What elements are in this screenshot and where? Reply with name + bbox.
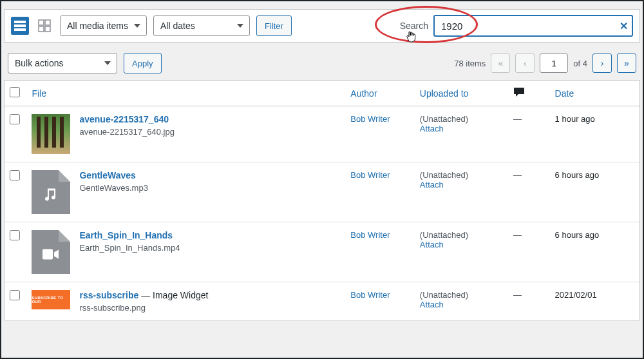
attach-link[interactable]: Attach xyxy=(420,124,444,133)
media-type-filter[interactable]: All media items xyxy=(60,15,147,36)
prev-page-button[interactable]: ‹ xyxy=(515,53,535,73)
first-page-button[interactable]: « xyxy=(491,53,510,73)
svg-rect-1 xyxy=(14,24,26,27)
grid-view-button[interactable] xyxy=(35,17,53,35)
comments-count: — xyxy=(513,170,522,180)
svg-rect-3 xyxy=(39,20,44,25)
media-table: File Author Uploaded to Date avenue-2215… xyxy=(4,80,640,321)
comments-icon[interactable] xyxy=(513,89,525,99)
table-row: GentleWavesGentleWaves.mp3Bob Writer(Una… xyxy=(5,162,640,222)
attach-link[interactable]: Attach xyxy=(420,180,444,189)
filter-button[interactable]: Filter xyxy=(256,15,292,36)
media-thumbnail: SUBSCRIBE TO OUR xyxy=(32,290,70,309)
col-date[interactable]: Date xyxy=(555,88,574,99)
audio-file-icon xyxy=(32,170,70,214)
media-filename: GentleWaves.mp3 xyxy=(79,183,147,193)
svg-rect-6 xyxy=(45,26,50,32)
date-filter[interactable]: All dates xyxy=(153,15,250,36)
attach-link[interactable]: Attach xyxy=(420,300,444,309)
items-count: 78 items xyxy=(454,59,486,68)
upload-date: 6 hours ago xyxy=(555,170,600,180)
select-all-checkbox[interactable] xyxy=(10,87,20,97)
media-title[interactable]: Earth_Spin_In_Hands xyxy=(79,230,180,240)
svg-rect-2 xyxy=(14,28,26,31)
author-link[interactable]: Bob Writer xyxy=(350,114,390,124)
media-title[interactable]: rss-subscribe — Image Widget xyxy=(79,290,208,300)
search-label: Search xyxy=(400,21,428,31)
author-link[interactable]: Bob Writer xyxy=(350,290,390,300)
attachment-status: (Unattached) xyxy=(420,114,468,124)
upload-date: 6 hours ago xyxy=(555,230,600,240)
list-view-button[interactable] xyxy=(11,17,29,35)
next-page-button[interactable]: › xyxy=(592,53,612,73)
svg-rect-0 xyxy=(14,21,26,23)
page-number-input[interactable] xyxy=(540,53,568,73)
media-toolbar: All media items All dates Filter Search … xyxy=(4,9,640,43)
last-page-button[interactable]: » xyxy=(617,53,636,73)
media-filename: avenue-2215317_640.jpg xyxy=(79,127,174,137)
svg-rect-5 xyxy=(39,26,44,32)
table-row: SUBSCRIBE TO OURrss-subscribe — Image Wi… xyxy=(5,282,640,321)
media-title[interactable]: GentleWaves xyxy=(79,170,147,180)
comments-count: — xyxy=(513,230,522,240)
attach-link[interactable]: Attach xyxy=(420,240,444,249)
row-checkbox[interactable] xyxy=(10,170,20,180)
svg-rect-4 xyxy=(45,20,50,25)
col-uploaded-to[interactable]: Uploaded to xyxy=(420,88,469,99)
table-row: avenue-2215317_640avenue-2215317_640.jpg… xyxy=(5,106,640,162)
col-author[interactable]: Author xyxy=(350,88,377,99)
author-link[interactable]: Bob Writer xyxy=(350,230,390,240)
svg-rect-7 xyxy=(43,249,53,260)
attachment-status: (Unattached) xyxy=(420,290,468,300)
bulk-actions-bar: Bulk actions Apply 78 items « ‹ of 4 › » xyxy=(1,50,643,80)
media-filename: rss-subscribe.png xyxy=(79,303,208,313)
row-checkbox[interactable] xyxy=(10,290,20,300)
search-input[interactable] xyxy=(433,15,633,37)
row-checkbox[interactable] xyxy=(10,230,20,240)
page-total: of 4 xyxy=(573,59,587,68)
attachment-status: (Unattached) xyxy=(420,230,468,240)
table-row: Earth_Spin_In_HandsEarth_Spin_In_Hands.m… xyxy=(5,222,640,282)
col-file[interactable]: File xyxy=(32,88,46,99)
media-title[interactable]: avenue-2215317_640 xyxy=(79,114,174,124)
pagination: 78 items « ‹ of 4 › » xyxy=(454,53,636,73)
apply-button[interactable]: Apply xyxy=(124,53,162,73)
video-file-icon xyxy=(32,230,70,274)
search-area: Search ✕ xyxy=(400,15,633,37)
media-thumbnail xyxy=(32,114,70,154)
media-filename: Earth_Spin_In_Hands.mp4 xyxy=(79,243,180,253)
attachment-status: (Unattached) xyxy=(420,170,468,180)
comments-count: — xyxy=(513,114,522,124)
author-link[interactable]: Bob Writer xyxy=(350,170,390,180)
bulk-actions-select[interactable]: Bulk actions xyxy=(8,53,117,73)
comments-count: — xyxy=(513,290,522,300)
upload-date: 2021/02/01 xyxy=(555,290,597,300)
clear-search-icon[interactable]: ✕ xyxy=(620,20,628,32)
row-checkbox[interactable] xyxy=(10,114,20,124)
upload-date: 1 hour ago xyxy=(555,114,595,124)
